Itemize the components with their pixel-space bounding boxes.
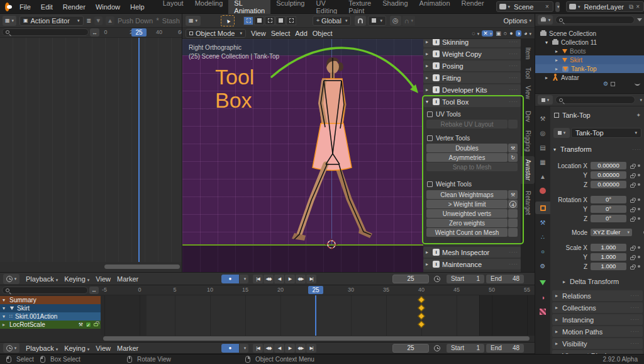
channel-action[interactable]: ▾∷Skirt.001Action bbox=[0, 312, 101, 321]
select-mode-lasso[interactable] bbox=[275, 16, 286, 25]
use-preview-range-icon[interactable] bbox=[434, 345, 440, 351]
panel-weight-copy[interactable]: ▸Weight Copy···· bbox=[423, 48, 521, 59]
jump-to-end-button[interactable]: ▶| bbox=[306, 275, 316, 283]
stash-icon[interactable]: * bbox=[156, 16, 159, 25]
keyframe-diamond[interactable] bbox=[418, 312, 425, 319]
playhead-line[interactable] bbox=[138, 38, 140, 262]
proportional-edit-icon[interactable]: ◎ bbox=[390, 16, 401, 26]
current-frame-field[interactable]: 25 bbox=[392, 344, 429, 353]
lock-icon[interactable] bbox=[630, 185, 635, 188]
shading-rendered-icon[interactable]: ◕▾ bbox=[524, 30, 531, 37]
tab-particle-properties[interactable]: ∴ bbox=[535, 230, 550, 243]
delta-transform-panel[interactable]: ▸Delta Transform bbox=[550, 278, 644, 285]
panel-visibility[interactable]: ▸Visibility···· bbox=[552, 338, 643, 349]
lock-icon[interactable] bbox=[630, 209, 635, 212]
animate-dot[interactable] bbox=[638, 246, 640, 249]
animate-dot[interactable] bbox=[638, 183, 640, 186]
display-mode-dropdown[interactable]: ▾ bbox=[538, 15, 553, 25]
scene-unlink-icon[interactable]: × bbox=[544, 3, 550, 10]
panel-maintenance[interactable]: ▸Maintenance···· bbox=[423, 259, 521, 270]
menu-playback[interactable]: Playback▾ bbox=[26, 275, 58, 283]
object-name-field[interactable]: Tank-Top▾ bbox=[571, 128, 641, 138]
rotation-x-field[interactable]: 0° bbox=[591, 196, 626, 203]
menu-view[interactable]: View bbox=[96, 275, 111, 283]
rotation-y-field[interactable]: 0° bbox=[591, 205, 626, 213]
tab-tool[interactable]: Tool bbox=[521, 64, 535, 82]
menu-render[interactable]: Render bbox=[58, 3, 91, 11]
overlays-icon[interactable]: ✕▾ bbox=[482, 30, 493, 37]
animate-dot[interactable] bbox=[638, 174, 640, 176]
action-editor-mode-dropdown[interactable]: ▣Action Editor▾ bbox=[19, 16, 84, 26]
tab-render-properties[interactable]: ◎ bbox=[535, 127, 550, 139]
menu-view[interactable]: View bbox=[251, 30, 266, 37]
lock-icon[interactable] bbox=[630, 219, 635, 222]
menu-keying[interactable]: Keying▾ bbox=[64, 275, 89, 283]
play-reverse-button[interactable]: ◀ bbox=[274, 275, 284, 283]
row-tank-top[interactable]: ▸Tank-Top ⚙⋮ bbox=[535, 64, 644, 73]
view-layer-selector[interactable]: ▾ RenderLayer ⧉ × bbox=[566, 1, 644, 12]
pin-icon[interactable]: ✦ bbox=[636, 112, 641, 118]
animate-dot[interactable] bbox=[638, 208, 640, 210]
editor-type-button[interactable]: ▾ bbox=[3, 274, 19, 284]
tab-output-properties[interactable]: ▤ bbox=[535, 141, 550, 154]
blender-logo-icon[interactable] bbox=[5, 3, 9, 11]
editor-type-button[interactable]: ▾ bbox=[538, 95, 553, 105]
filter-icon[interactable] bbox=[637, 18, 642, 21]
copy-icon[interactable]: ⧉ bbox=[628, 3, 635, 11]
xray-icon[interactable]: ▣ bbox=[496, 30, 501, 37]
current-frame-field[interactable]: 25 bbox=[392, 275, 429, 283]
modifier-icon[interactable]: ⚒ bbox=[79, 322, 83, 327]
menu-select[interactable]: Select bbox=[271, 30, 291, 37]
push-down-button[interactable]: Push Down bbox=[118, 17, 153, 25]
shading-solid-icon[interactable]: ● bbox=[509, 30, 513, 37]
menu-view[interactable]: View bbox=[96, 344, 111, 352]
lock-icon[interactable] bbox=[630, 166, 635, 169]
frame-end-field[interactable]: End48 bbox=[486, 275, 524, 283]
horizontal-scrollbar[interactable] bbox=[104, 264, 180, 269]
tab-item[interactable]: Item bbox=[521, 44, 535, 63]
auto-keying-button[interactable]: ● bbox=[221, 344, 239, 353]
unlock-icon[interactable] bbox=[94, 323, 98, 326]
panel-collections[interactable]: ▸Collections···· bbox=[552, 302, 643, 313]
keyframe-diamond[interactable] bbox=[418, 296, 425, 303]
play-reverse-button[interactable]: ◀ bbox=[274, 344, 284, 353]
jump-to-end-button[interactable]: ▶| bbox=[306, 344, 316, 353]
select-mode-extend[interactable] bbox=[286, 16, 296, 25]
menu-window[interactable]: Window bbox=[91, 3, 125, 11]
panel-developer-kits[interactable]: ▸Developer Kits···· bbox=[423, 84, 521, 95]
tab-physics-properties[interactable]: ○ bbox=[535, 245, 550, 258]
move-up-button[interactable]: ▴ bbox=[106, 16, 114, 25]
prev-keyframe-button[interactable]: ◀◆ bbox=[264, 275, 274, 283]
menu-marker[interactable]: Marker bbox=[117, 344, 138, 352]
expand-range-icon[interactable]: ↔ bbox=[90, 28, 99, 37]
transform-panel-header[interactable]: ▾Transform···· bbox=[550, 145, 644, 153]
editor-type-button[interactable]: ▦▾ bbox=[186, 16, 201, 26]
tab-constraint-properties[interactable]: ⚙ bbox=[535, 259, 550, 272]
show-gizmo-icon[interactable]: ◌▾ bbox=[472, 30, 479, 37]
menu-playback[interactable]: Playback▾ bbox=[26, 344, 58, 352]
auto-keying-button[interactable]: ● bbox=[221, 275, 239, 283]
panel-posing[interactable]: ▸Posing···· bbox=[423, 60, 521, 71]
menu-add[interactable]: Add bbox=[295, 30, 308, 37]
play-button[interactable]: ▶ bbox=[285, 275, 295, 283]
outliner-search-input[interactable] bbox=[555, 16, 635, 24]
horizontal-scrollbar[interactable] bbox=[103, 336, 530, 341]
jump-to-start-button[interactable]: |◀ bbox=[253, 275, 263, 283]
auto-keying-dropdown[interactable]: ▾ bbox=[240, 275, 248, 283]
hamburger-menu-icon[interactable]: ≡ bbox=[87, 16, 91, 25]
use-preview-range-icon[interactable] bbox=[434, 276, 440, 282]
keyframe-diamond[interactable] bbox=[418, 321, 425, 327]
select-mode-circle[interactable] bbox=[265, 16, 275, 25]
snap-magnet-icon[interactable] bbox=[355, 16, 366, 26]
tab-view-layer-properties[interactable]: ▦ bbox=[535, 156, 550, 168]
menu-keying[interactable]: Keying▾ bbox=[64, 344, 89, 352]
dopesheet-ruler[interactable]: -5 0 5 10 15 20 30 35 40 45 50 55 25 bbox=[101, 285, 535, 295]
falloff-curve-icon[interactable]: ∩▾ bbox=[402, 16, 415, 26]
active-tool-select-icon[interactable]: ▲ bbox=[221, 15, 235, 26]
panel-instancing[interactable]: ▸Instancing···· bbox=[552, 314, 643, 325]
menu-edit[interactable]: Edit bbox=[36, 3, 58, 11]
frame-end-field[interactable]: End48 bbox=[486, 344, 524, 353]
move-down-button[interactable]: ▾ bbox=[94, 16, 103, 25]
panel-mesh-inspector[interactable]: ▸Mesh Inspector···· bbox=[423, 247, 521, 258]
channel-locrotscale[interactable]: ▸LocRotScale⚒ bbox=[0, 321, 101, 329]
